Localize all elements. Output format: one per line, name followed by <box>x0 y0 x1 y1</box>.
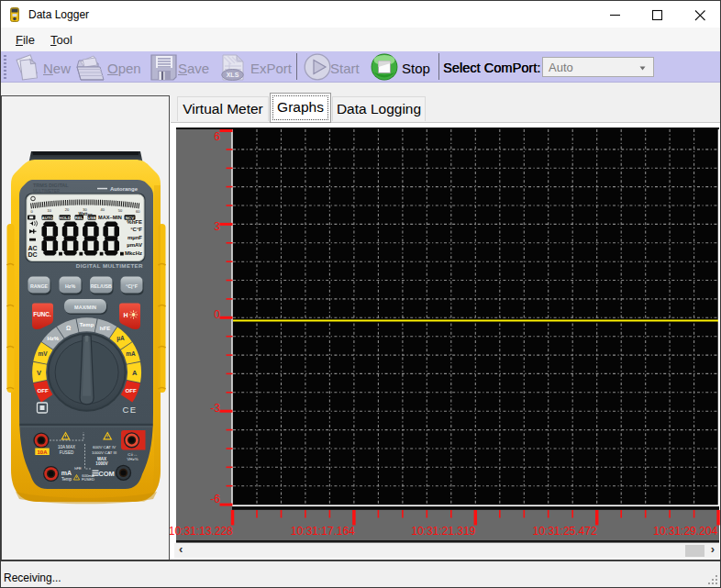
svg-text:10:31:29.204: 10:31:29.204 <box>653 525 717 538</box>
svg-text:MAX/MIN: MAX/MIN <box>74 305 96 310</box>
svg-text:TRMS DIGITAL: TRMS DIGITAL <box>33 183 69 188</box>
svg-text:10:31:13.228: 10:31:13.228 <box>170 525 233 538</box>
svg-text:µA: µA <box>116 335 125 342</box>
svg-text:1000V: 1000V <box>95 461 108 466</box>
svg-text:10A: 10A <box>37 449 48 455</box>
svg-text:FUSED: FUSED <box>82 477 94 482</box>
svg-text:10A MAX: 10A MAX <box>58 445 75 449</box>
svg-text:H: H <box>123 312 128 318</box>
svg-text:10:31:25.472: 10:31:25.472 <box>533 525 597 538</box>
svg-text:10: 10 <box>48 208 52 213</box>
svg-text:1000V CAT III: 1000V CAT III <box>92 450 116 455</box>
svg-text:600V CAT IV: 600V CAT IV <box>93 445 116 449</box>
svg-text:REL: REL <box>75 216 83 220</box>
svg-text:MAX‒MIN: MAX‒MIN <box>98 215 122 220</box>
svg-text:mV: mV <box>39 350 49 357</box>
svg-text:COM: COM <box>98 470 115 478</box>
svg-text:40: 40 <box>100 207 105 212</box>
svg-text:FUNC.: FUNC. <box>33 311 51 317</box>
svg-text:RANGE: RANGE <box>30 283 49 289</box>
svg-text:10:31:17.164: 10:31:17.164 <box>291 525 355 538</box>
svg-text:-6: -6 <box>210 493 220 505</box>
svg-text:MkcHz: MkcHz <box>125 250 142 256</box>
svg-text:6: 6 <box>214 130 220 143</box>
svg-text:REL/USB: REL/USB <box>91 283 112 289</box>
svg-text:Temp: Temp <box>61 477 72 482</box>
svg-text:CE: CE <box>123 405 138 415</box>
svg-text:XLS: XLS <box>227 72 239 78</box>
svg-text:OFF: OFF <box>125 387 137 394</box>
svg-text:°C°F: °C°F <box>130 227 142 232</box>
svg-text:-3: -3 <box>210 402 220 415</box>
svg-text:MULTIMETER: MULTIMETER <box>33 189 61 194</box>
svg-text:Autorange: Autorange <box>110 186 139 192</box>
svg-text:0: 0 <box>214 308 220 321</box>
svg-text:20: 20 <box>65 207 70 212</box>
svg-text:DIGITAL MULTIMETER: DIGITAL MULTIMETER <box>76 262 143 269</box>
svg-text:3: 3 <box>214 220 220 233</box>
svg-text:µmAV: µmAV <box>127 242 142 248</box>
svg-text:OFF: OFF <box>37 387 49 394</box>
svg-text:Temp: Temp <box>80 322 94 327</box>
svg-text:60: 60 <box>136 209 140 214</box>
svg-text:A: A <box>132 369 138 377</box>
svg-text:Ω: Ω <box>66 325 71 331</box>
svg-text:Hz%: Hz% <box>47 336 59 341</box>
svg-text:HOLD: HOLD <box>60 216 71 220</box>
svg-text:V: V <box>37 369 41 377</box>
svg-text:mA: mA <box>61 470 72 476</box>
svg-text:FUSED: FUSED <box>60 450 74 455</box>
svg-text:DC: DC <box>28 251 38 258</box>
svg-text:hFE: hFE <box>74 466 82 471</box>
svg-text:hFE: hFE <box>100 326 110 331</box>
svg-text:10:31:21.319: 10:31:21.319 <box>411 525 475 538</box>
svg-text:AC: AC <box>28 245 38 251</box>
svg-text:Hz%: Hz% <box>65 283 75 289</box>
svg-text:mµnF: mµnF <box>128 235 142 240</box>
svg-text:VHz%: VHz% <box>127 457 138 461</box>
svg-text:USB: USB <box>88 216 96 220</box>
svg-text:50: 50 <box>118 208 123 213</box>
svg-text:%hFE: %hFE <box>127 219 142 225</box>
svg-text:AUTO: AUTO <box>42 216 54 220</box>
svg-text:mA: mA <box>126 350 136 357</box>
svg-text:°C|°F: °C|°F <box>126 283 139 289</box>
